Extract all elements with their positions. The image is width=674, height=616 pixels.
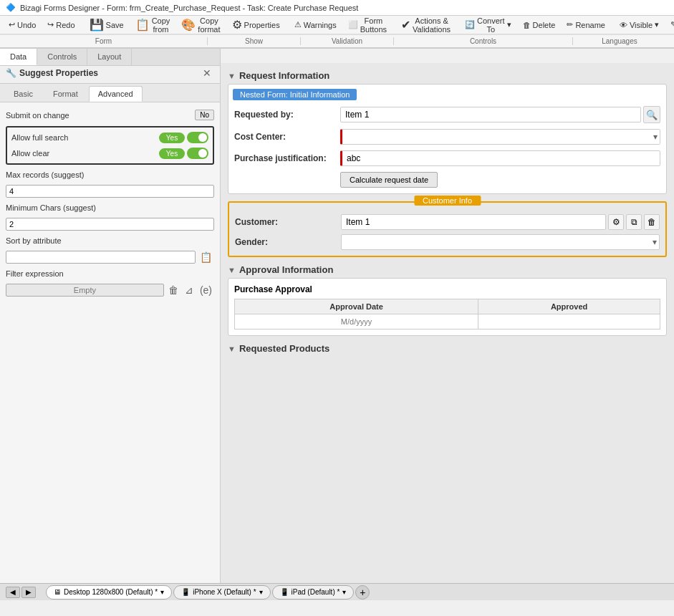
desktop-dropdown-icon[interactable]: ▾ [160,588,164,596]
purchase-justification-input[interactable] [340,150,660,166]
requested-products-title: Requested Products [239,343,329,354]
requested-products-section: ▼ Requested Products [228,343,667,357]
iphone-tab[interactable]: 📱 iPhone X (Default) * ▾ [173,585,270,600]
sort-by-label: Sort by attribute [6,236,214,245]
max-records-input[interactable] [6,185,214,198]
toggle-no-button[interactable]: No [195,110,214,120]
add-device-button[interactable]: + [355,585,370,600]
form-group-label: Form [0,37,208,45]
undo-button[interactable]: ↩ Undo [4,19,40,31]
requested-by-input[interactable] [340,107,641,122]
tab-layout[interactable]: Layout [87,49,132,65]
approval-date-header: Approval Date [235,299,478,314]
filter-expression-icon[interactable]: (e) [198,284,214,297]
delete-button[interactable]: 🗑 Delete [519,19,560,31]
cost-center-row: Cost Center: ▾ [234,129,660,145]
tab-advanced[interactable]: Advanced [89,86,143,102]
save-button[interactable]: 💾 Save [85,16,128,33]
ipad-icon: 📱 [280,588,289,596]
purchase-justification-label: Purchase justification: [234,153,334,163]
copy-format-button[interactable]: 🎨 Copy format [177,15,224,35]
desktop-icon: 🖥 [54,588,61,596]
toggles-box: Allow full search Yes Allow clear Yes [6,126,214,165]
title-bar: 🔷 Bizagi Forms Designer - Form: frm_Crea… [0,0,674,16]
approval-table: Approval Date Approved M/d/yyyy [234,299,660,329]
approval-info-title: Approval Information [239,264,333,275]
customer-copy-button[interactable]: ⧉ [626,214,642,230]
tab-basic[interactable]: Basic [4,86,42,102]
calculate-request-date-button[interactable]: Calculate request date [340,172,438,188]
iphone-dropdown-icon[interactable]: ▾ [259,588,263,596]
nested-form-label: Nested Form: Initial Information [233,89,357,100]
ribbon: ↩ Undo ↪ Redo 💾 Save 📋 Copy from 🎨 Copy … [0,16,674,49]
requested-by-label: Requested by: [234,110,334,120]
request-information-section: ▼ Request Information Nested Form: Initi… [228,70,667,194]
ipad-dropdown-icon[interactable]: ▾ [342,588,346,596]
yes-badge-clear[interactable]: Yes [159,148,185,159]
cost-center-input[interactable] [340,129,660,145]
convert-to-button[interactable]: 🔄 Convert To ▾ [461,15,516,35]
sort-by-row: 📋 [6,251,214,264]
tab-controls[interactable]: Controls [37,49,87,65]
request-info-chevron[interactable]: ▼ [228,72,236,80]
customer-gear-button[interactable]: ⚙ [608,214,624,230]
properties-button[interactable]: ⚙ Properties [228,16,284,33]
redo-button[interactable]: ↪ Redo [43,19,79,31]
toggle-switch-clear[interactable] [187,148,208,159]
yes-badge-search[interactable]: Yes [159,133,185,143]
iphone-label: iPhone X (Default) * [193,588,256,596]
desktop-tab[interactable]: 🖥 Desktop 1280x800 (Default) * ▾ [46,585,172,600]
customer-actions: ⚙ ⧉ 🗑 [608,214,660,230]
approval-info-form: Purchase Approval Approval Date Approved… [228,278,667,336]
gender-input[interactable] [341,234,660,250]
min-chars-input[interactable] [6,218,214,231]
tab-format[interactable]: Format [44,86,87,102]
sort-browse-icon[interactable]: 📋 [198,251,214,264]
filter-delete-icon[interactable]: 🗑 [166,284,180,297]
approval-date-cell: M/d/yyyy [235,314,478,329]
actions-validations-button[interactable]: ✔ Actions & Validations [397,15,455,35]
panel-tabs: Data Controls Layout [0,49,221,66]
submit-on-change-row: Submit on change No [6,110,214,120]
approved-cell [478,314,660,329]
nav-arrows: ◀ ▶ [6,587,36,598]
warnings-button[interactable]: ⚠ Warnings [290,19,341,31]
prev-button[interactable]: ◀ [6,587,20,598]
controls-group-label: Controls [394,37,573,45]
toggle-switch-search[interactable] [187,132,208,143]
request-info-form: Nested Form: Initial Information Request… [228,84,667,194]
approval-information-section: ▼ Approval Information Purchase Approval… [228,264,667,336]
calculate-btn-row: Calculate request date [234,172,660,188]
close-button[interactable]: ✕ [200,66,214,80]
customer-delete-button[interactable]: 🗑 [644,214,660,230]
customer-info-section-wrapper: Customer Info Customer: ⚙ ⧉ 🗑 [228,201,667,257]
visible-button[interactable]: 👁 Visible ▾ [615,19,663,31]
min-chars-label: Minimum Chars (suggest) [6,203,214,212]
next-button[interactable]: ▶ [21,587,36,598]
customer-info-section: Customer Info Customer: ⚙ ⧉ 🗑 [228,201,667,257]
ipad-tab[interactable]: 📱 iPad (Default) * ▾ [272,585,355,600]
requested-products-chevron[interactable]: ▼ [228,345,236,353]
iphone-icon: 📱 [181,588,190,596]
tab-data[interactable]: Data [0,49,37,65]
allow-full-search-toggle[interactable]: Yes [159,132,208,143]
customer-input[interactable] [341,214,606,230]
approved-header: Approved [478,299,660,314]
main-content: ▼ Request Information Nested Form: Initi… [221,63,674,583]
suggest-content: Submit on change No Allow full search Ye… [0,102,220,304]
requested-by-search-button[interactable]: 🔍 [643,106,660,123]
sort-by-input[interactable] [6,251,196,264]
allow-clear-toggle[interactable]: Yes [159,148,208,159]
customer-label: Customer: [235,217,335,227]
submit-on-change-label: Submit on change [6,111,69,120]
filter-funnel-icon[interactable]: ⊿ [183,284,196,297]
rename-button[interactable]: ✏ Rename [562,19,610,31]
suggest-icon: 🔧 [6,68,16,78]
editable-button[interactable]: ✎ Editable ▾ [666,19,674,31]
approval-info-chevron[interactable]: ▼ [228,266,236,274]
form-buttons-button[interactable]: ⬜ Form Buttons [344,15,391,35]
gender-label: Gender: [235,237,335,247]
allow-full-search-row: Allow full search Yes [11,132,208,143]
status-bar: ◀ ▶ 🖥 Desktop 1280x800 (Default) * ▾ 📱 i… [0,583,674,600]
copy-from-button[interactable]: 📋 Copy from [131,15,175,35]
